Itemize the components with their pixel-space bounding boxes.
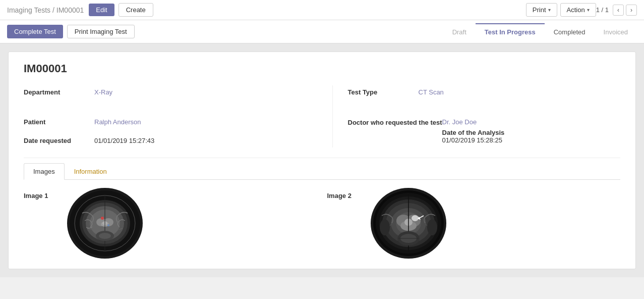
date-requested-value: 01/01/2019 15:27:43 (94, 137, 154, 144)
date-analysis-value: 01/02/2019 15:28:25 (442, 136, 513, 144)
fields-left: Department X-Ray Patient Ralph Anderson … (24, 85, 312, 147)
svg-point-33 (380, 219, 390, 235)
brain-ct-2 (371, 188, 446, 259)
action-label: Action (567, 6, 585, 14)
brain-image-2[interactable] (371, 188, 446, 259)
edit-button[interactable]: Edit (89, 4, 114, 16)
doctor-value[interactable]: Dr. Joe Doe (442, 118, 513, 126)
department-value[interactable]: X-Ray (94, 88, 112, 96)
print-imaging-button[interactable]: Print Imaging Test (67, 25, 135, 38)
test-type-label: Test Type (348, 88, 419, 96)
brain-ct-1 (67, 188, 143, 259)
patient-field: Patient Ralph Anderson (24, 115, 312, 129)
images-section: Image 1 (24, 188, 620, 259)
department-field: Department X-Ray (24, 85, 312, 99)
action-arrow-icon: ▾ (587, 7, 590, 13)
breadcrumb-current: IM00001 (56, 6, 84, 14)
breadcrumb-separator: / (52, 6, 56, 14)
patient-label: Patient (24, 118, 94, 126)
date-requested-field: Date requested 01/01/2019 15:27:43 (24, 134, 312, 147)
next-button[interactable]: › (626, 5, 637, 16)
status-test-in-progress[interactable]: Test In Progress (476, 23, 545, 40)
status-draft[interactable]: Draft (443, 23, 476, 40)
svg-point-26 (412, 215, 419, 221)
image-2-block: Image 2 (327, 188, 621, 259)
svg-point-13 (99, 233, 111, 239)
tabs: Images Information (24, 163, 620, 180)
status-steps: Draft Test In Progress Completed Invoice… (443, 23, 637, 40)
image-1-label: Image 1 (24, 188, 59, 200)
record-action-buttons: Edit Create (89, 3, 526, 17)
svg-point-11 (101, 217, 104, 220)
pagination-area: 1 / 1 ‹ › (596, 5, 637, 16)
breadcrumb: Imaging Tests / IM00001 (7, 6, 84, 14)
action-bar-buttons: Complete Test Print Imaging Test (7, 25, 135, 38)
pagination-info: 1 / 1 (596, 6, 609, 14)
svg-point-34 (427, 219, 437, 235)
breadcrumb-and-actions: Imaging Tests / IM00001 (7, 6, 84, 14)
svg-point-14 (107, 224, 109, 226)
fields-grid: Department X-Ray Patient Ralph Anderson … (24, 85, 620, 147)
record-card: IM00001 Department X-Ray Patient Ralph A… (8, 52, 636, 269)
create-button[interactable]: Create (119, 3, 153, 17)
prev-button[interactable]: ‹ (613, 5, 624, 16)
top-bar: Imaging Tests / IM00001 Edit Create Prin… (0, 0, 644, 20)
print-arrow-icon: ▾ (548, 7, 551, 13)
action-button[interactable]: Action ▾ (560, 3, 596, 17)
nav-arrows: ‹ › (613, 5, 637, 16)
doctor-info: Dr. Joe Doe Date of the Analysis 01/02/2… (442, 118, 513, 144)
test-type-field: Test Type CT Scan (348, 85, 621, 99)
department-label: Department (24, 88, 94, 96)
test-type-value[interactable]: CT Scan (419, 88, 444, 96)
patient-value[interactable]: Ralph Anderson (94, 118, 141, 126)
print-label: Print (533, 6, 546, 14)
image-2-label: Image 2 (327, 188, 363, 200)
status-completed[interactable]: Completed (545, 23, 595, 40)
print-action-group: Print ▾ Action ▾ (526, 3, 596, 17)
print-button[interactable]: Print ▾ (526, 3, 557, 17)
doctor-field: Doctor who requested the test Dr. Joe Do… (348, 115, 621, 147)
action-bar: Complete Test Print Imaging Test Draft T… (0, 20, 644, 43)
record-id: IM00001 (24, 62, 620, 75)
brain-image-1[interactable] (67, 188, 143, 259)
image-1-block: Image 1 (24, 188, 317, 259)
fields-right: Test Type CT Scan Doctor who requested t… (332, 85, 621, 147)
doctor-label: Doctor who requested the test (348, 118, 442, 127)
tab-information[interactable]: Information (65, 163, 116, 180)
tab-images[interactable]: Images (24, 163, 65, 180)
status-invoiced[interactable]: Invoiced (595, 23, 637, 40)
date-analysis-label: Date of the Analysis (442, 129, 513, 136)
divider (24, 158, 620, 158)
main-content: IM00001 Department X-Ray Patient Ralph A… (0, 43, 644, 277)
breadcrumb-parent[interactable]: Imaging Tests (7, 6, 50, 14)
date-requested-label: Date requested (24, 137, 94, 144)
complete-test-button[interactable]: Complete Test (7, 25, 63, 38)
